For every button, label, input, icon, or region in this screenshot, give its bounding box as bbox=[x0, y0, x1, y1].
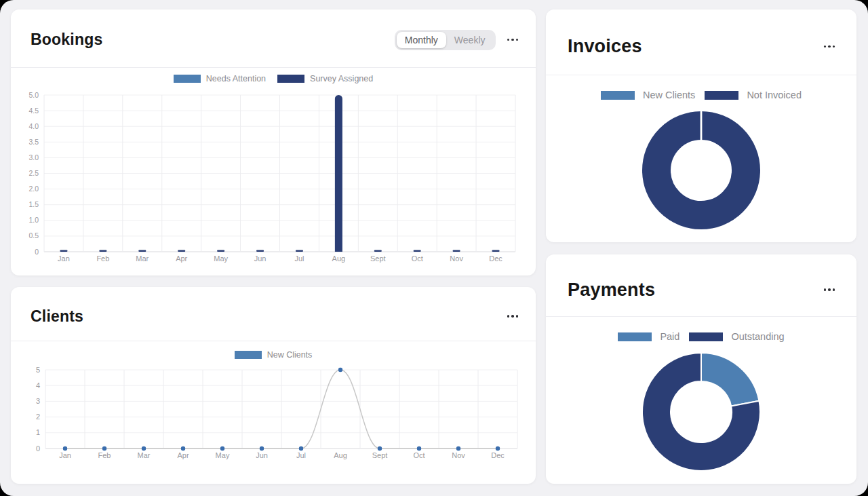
invoices-card: Invoices New ClientsNot Invoiced bbox=[546, 9, 856, 242]
svg-text:Oct: Oct bbox=[413, 451, 425, 459]
svg-text:5.0: 5.0 bbox=[28, 91, 39, 99]
svg-text:Jul: Jul bbox=[294, 254, 304, 263]
svg-text:May: May bbox=[214, 254, 228, 263]
clients-line-chart: 543210JanFebMarAprMayJunJulAugSeptOctNov… bbox=[11, 287, 536, 484]
svg-text:4.0: 4.0 bbox=[28, 122, 39, 130]
svg-text:Mar: Mar bbox=[136, 254, 149, 263]
svg-text:Nov: Nov bbox=[452, 451, 465, 459]
svg-text:Jun: Jun bbox=[256, 451, 268, 459]
svg-text:Dec: Dec bbox=[491, 451, 505, 459]
invoices-donut-chart bbox=[546, 9, 856, 242]
svg-text:Nov: Nov bbox=[450, 254, 463, 263]
svg-text:0.5: 0.5 bbox=[28, 231, 39, 240]
svg-text:Sept: Sept bbox=[372, 451, 388, 459]
svg-text:3.5: 3.5 bbox=[28, 138, 39, 146]
svg-text:5: 5 bbox=[36, 366, 40, 374]
svg-text:1.5: 1.5 bbox=[28, 200, 39, 208]
svg-text:3.0: 3.0 bbox=[28, 153, 39, 161]
svg-text:2: 2 bbox=[36, 413, 40, 421]
svg-text:Jul: Jul bbox=[296, 451, 306, 459]
bookings-bar-chart: 5.04.54.03.53.02.52.01.51.00.50JanFebMar… bbox=[11, 9, 536, 275]
svg-text:1.0: 1.0 bbox=[28, 216, 39, 224]
svg-text:Aug: Aug bbox=[332, 254, 346, 263]
svg-text:Jun: Jun bbox=[254, 254, 267, 263]
payments-donut-chart bbox=[546, 254, 856, 487]
svg-text:4: 4 bbox=[36, 381, 40, 389]
svg-text:1: 1 bbox=[36, 428, 40, 436]
svg-text:3: 3 bbox=[36, 397, 40, 405]
svg-text:Feb: Feb bbox=[96, 254, 109, 263]
svg-text:Feb: Feb bbox=[98, 451, 111, 459]
svg-text:Aug: Aug bbox=[334, 451, 347, 459]
payments-card: Payments PaidOutstanding bbox=[546, 254, 856, 484]
svg-text:Jan: Jan bbox=[58, 254, 70, 263]
svg-text:2.5: 2.5 bbox=[28, 169, 39, 177]
dashboard-page: Bookings Monthly Weekly Needs AttentionS… bbox=[0, 0, 868, 496]
svg-text:Sept: Sept bbox=[370, 254, 386, 263]
svg-text:Mar: Mar bbox=[138, 451, 151, 459]
svg-text:4.5: 4.5 bbox=[28, 107, 39, 115]
svg-text:May: May bbox=[216, 451, 230, 459]
bookings-card: Bookings Monthly Weekly Needs AttentionS… bbox=[11, 9, 536, 275]
svg-text:Jan: Jan bbox=[59, 451, 71, 459]
svg-text:Apr: Apr bbox=[176, 254, 187, 263]
svg-text:0: 0 bbox=[36, 444, 40, 453]
svg-text:Apr: Apr bbox=[177, 451, 189, 459]
svg-text:Dec: Dec bbox=[489, 254, 502, 263]
svg-text:0: 0 bbox=[35, 248, 39, 256]
clients-card: Clients New Clients 543210JanFebMarAprMa… bbox=[11, 287, 536, 484]
svg-text:Oct: Oct bbox=[412, 254, 423, 263]
svg-text:2.0: 2.0 bbox=[28, 185, 39, 193]
